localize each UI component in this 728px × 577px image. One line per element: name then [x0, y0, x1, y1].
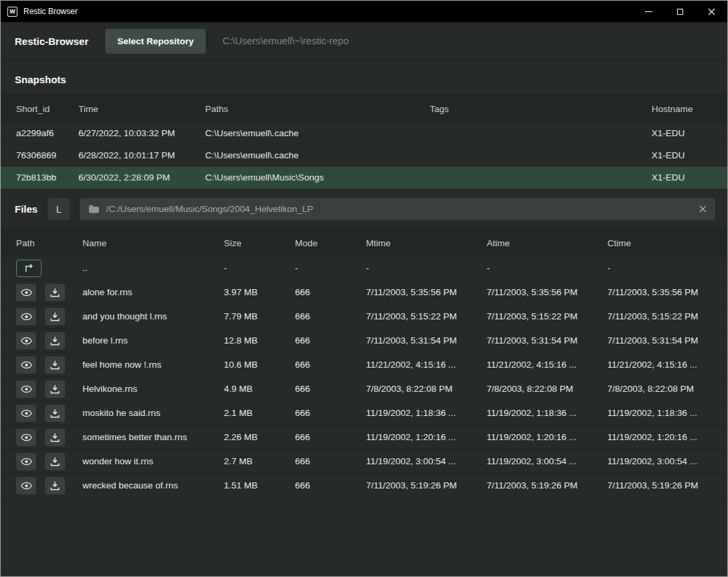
eye-icon [21, 433, 32, 441]
download-file-button[interactable] [45, 429, 65, 446]
file-atime: 7/11/2003, 5:19:26 PM [487, 480, 607, 490]
window-controls [633, 1, 727, 22]
snapshot-hostname: X1-EDU [652, 128, 712, 138]
go-up-directory-button[interactable] [16, 260, 42, 277]
file-row-parent: .. - - - - - [1, 256, 727, 280]
eye-icon [21, 361, 32, 369]
preview-file-button[interactable] [16, 380, 36, 398]
file-row: wrecked because of.rns 1.51 MB 666 7/11/… [1, 474, 727, 498]
snapshot-row[interactable]: 76306869 6/28/2022, 10:01:17 PM C:\Users… [1, 144, 727, 166]
column-time: Time [78, 104, 205, 114]
file-size: 10.6 MB [224, 360, 295, 370]
file-name: Helvikone.rns [82, 384, 224, 394]
titlebar: W Restic Browser [1, 1, 727, 22]
eye-icon [21, 482, 32, 490]
download-icon [50, 312, 60, 321]
file-name: sometimes better than.rns [82, 432, 224, 442]
file-size: 1.51 MB [224, 480, 295, 490]
file-mode: 666 [295, 311, 366, 321]
snapshot-row-selected[interactable]: 72b813bb 6/30/2022, 2:28:09 PM C:\Users\… [1, 166, 727, 189]
eye-icon [21, 458, 32, 466]
close-button[interactable] [696, 1, 727, 22]
preview-file-button[interactable] [16, 284, 36, 301]
app-icon: W [7, 7, 17, 17]
file-atime: 11/21/2002, 4:15:16 ... [487, 360, 607, 370]
download-file-button[interactable] [45, 477, 65, 494]
snapshot-paths: C:\Users\emuell\.cache [205, 128, 430, 138]
preview-file-button[interactable] [16, 332, 36, 350]
file-name: alone for.rns [82, 287, 224, 297]
download-icon [50, 360, 60, 370]
snapshot-time: 6/28/2022, 10:01:17 PM [78, 150, 205, 160]
close-icon [708, 8, 715, 15]
column-paths: Paths [205, 104, 430, 114]
file-ctime: 7/11/2003, 5:31:54 PM [607, 335, 712, 346]
minimize-icon [645, 11, 652, 12]
download-file-button[interactable] [45, 284, 65, 301]
file-mode: 666 [295, 408, 366, 418]
download-icon [50, 336, 60, 346]
maximize-button[interactable] [664, 1, 696, 22]
snapshot-hostname: X1-EDU [652, 150, 712, 160]
eye-icon [21, 313, 32, 321]
select-repository-button[interactable]: Select Repository [105, 29, 206, 54]
file-size: 3.97 MB [224, 287, 295, 297]
snapshot-time: 6/30/2022, 2:28:09 PM [78, 172, 205, 182]
column-mode: Mode [295, 238, 366, 248]
preview-file-button[interactable] [16, 405, 36, 422]
snapshot-row[interactable]: a2299af6 6/27/2022, 10:03:32 PM C:\Users… [1, 122, 727, 144]
file-size: 12.8 MB [224, 335, 295, 346]
preview-file-button[interactable] [16, 453, 36, 470]
file-mtime: 11/21/2002, 4:15:16 ... [366, 360, 487, 370]
file-atime: 7/8/2003, 8:22:08 PM [487, 384, 607, 394]
file-row: alone for.rns 3.97 MB 666 7/11/2003, 5:3… [1, 280, 727, 305]
snapshots-heading: Snapshots [1, 60, 727, 95]
download-icon [50, 288, 60, 297]
snapshot-paths: C:\Users\emuell\.cache [205, 150, 430, 160]
snapshot-short-id: 76306869 [16, 150, 78, 160]
files-heading: Files [15, 203, 38, 215]
up-directory-icon [23, 264, 35, 272]
maximize-icon [677, 9, 683, 15]
file-mtime: 7/8/2003, 8:22:08 PM [366, 384, 487, 394]
preview-file-button[interactable] [16, 356, 36, 374]
download-icon [50, 409, 60, 418]
file-mode: 666 [295, 287, 366, 297]
preview-file-button[interactable] [16, 308, 36, 325]
file-row: before l.rns 12.8 MB 666 7/11/2003, 5:31… [1, 329, 727, 353]
file-size: 4.9 MB [224, 384, 295, 394]
file-mode: 666 [295, 360, 366, 370]
file-name: wonder how it.rns [82, 456, 224, 466]
download-file-button[interactable] [45, 380, 65, 398]
file-ctime: 7/11/2003, 5:35:56 PM [607, 287, 712, 297]
files-table-header: Path Name Size Mode Mtime Atime Ctime [1, 229, 727, 256]
file-name: wrecked because of.rns [82, 480, 224, 490]
files-tree-toggle-button[interactable]: L [48, 198, 70, 220]
file-mtime: - [366, 263, 487, 273]
preview-file-button[interactable] [16, 477, 36, 494]
file-row: feel home now !.rns 10.6 MB 666 11/21/20… [1, 353, 727, 377]
download-file-button[interactable] [45, 308, 65, 325]
window-title: Restic Browser [23, 7, 78, 16]
file-ctime: 11/21/2002, 4:15:16 ... [607, 360, 712, 370]
files-path-field[interactable]: /C:/Users/emuell/Music/Songs/2004_Helvet… [80, 198, 715, 220]
file-name: before l.rns [82, 335, 224, 346]
file-ctime: - [607, 263, 712, 273]
column-atime: Atime [487, 238, 607, 248]
download-file-button[interactable] [45, 453, 65, 470]
column-mtime: Mtime [366, 238, 487, 248]
snapshots-table-header: Short_id Time Paths Tags Hostname [1, 95, 727, 122]
clear-path-button[interactable] [699, 205, 707, 213]
file-mtime: 11/19/2002, 3:00:54 ... [366, 456, 487, 466]
minimize-button[interactable] [633, 1, 664, 22]
download-file-button[interactable] [45, 356, 65, 374]
eye-icon [21, 409, 32, 417]
file-mode: 666 [295, 456, 366, 466]
download-file-button[interactable] [45, 405, 65, 422]
download-file-button[interactable] [45, 332, 65, 350]
download-icon [50, 433, 60, 442]
file-row: and you thought l.rns 7.79 MB 666 7/11/2… [1, 305, 727, 329]
app-name: Restic-Browser [15, 36, 88, 47]
preview-file-button[interactable] [16, 429, 36, 446]
file-row: wonder how it.rns 2.7 MB 666 11/19/2002,… [1, 450, 727, 474]
